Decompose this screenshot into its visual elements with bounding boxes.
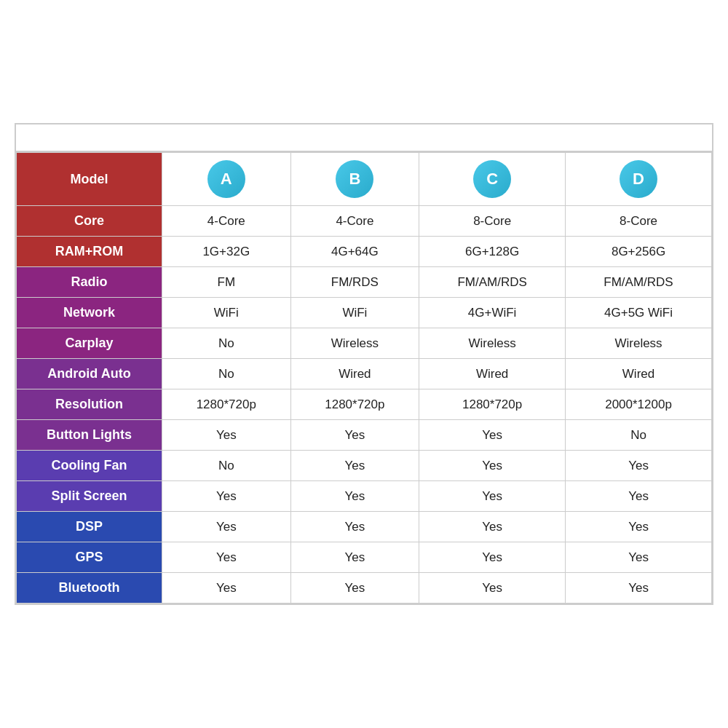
value-androidauto-model-A: No xyxy=(162,359,291,389)
table-row-splitscreen: Split ScreenYesYesYesYes xyxy=(17,481,712,512)
label-gps: GPS xyxy=(17,542,162,573)
value-carplay-model-A: No xyxy=(162,328,291,359)
value-bluetooth-model-A: Yes xyxy=(162,573,291,604)
table-row-androidauto: Android AutoNoWiredWiredWired xyxy=(17,359,712,389)
value-bluetooth-model-C: Yes xyxy=(419,573,566,604)
table-row-radio: RadioFMFM/RDSFM/AM/RDSFM/AM/RDS xyxy=(17,267,712,298)
table-row-resolution: Resolution1280*720p1280*720p1280*720p200… xyxy=(17,389,712,420)
value-network-model-C: 4G+WiFi xyxy=(419,298,566,328)
value-splitscreen-model-C: Yes xyxy=(419,481,566,512)
table-row-gps: GPSYesYesYesYes xyxy=(17,542,712,573)
table-row-buttonlights: Button LightsYesYesYesNo xyxy=(17,420,712,451)
label-network: Network xyxy=(17,298,162,328)
value-model-model-B: B xyxy=(290,153,419,206)
table-row-carplay: CarplayNoWirelessWirelessWireless xyxy=(17,328,712,359)
value-carplay-model-B: Wireless xyxy=(290,328,419,359)
value-network-model-B: WiFi xyxy=(290,298,419,328)
value-resolution-model-A: 1280*720p xyxy=(162,389,291,420)
value-dsp-model-A: Yes xyxy=(162,512,291,542)
label-androidauto: Android Auto xyxy=(17,359,162,389)
value-buttonlights-model-C: Yes xyxy=(419,420,566,451)
value-coolingfan-model-B: Yes xyxy=(290,451,419,481)
label-carplay: Carplay xyxy=(17,328,162,359)
table-row-ram: RAM+ROM1G+32G4G+64G6G+128G8G+256G xyxy=(17,237,712,267)
value-core-model-B: 4-Core xyxy=(290,206,419,237)
table-row-model: ModelABCD xyxy=(17,153,712,206)
table-row-coolingfan: Cooling FanNoYesYesYes xyxy=(17,451,712,481)
label-bluetooth: Bluetooth xyxy=(17,573,162,604)
value-buttonlights-model-D: No xyxy=(566,420,712,451)
value-gps-model-D: Yes xyxy=(566,542,712,573)
label-splitscreen: Split Screen xyxy=(17,481,162,512)
value-dsp-model-C: Yes xyxy=(419,512,566,542)
model-badge-D: D xyxy=(620,160,657,198)
value-androidauto-model-B: Wired xyxy=(290,359,419,389)
value-resolution-model-C: 1280*720p xyxy=(419,389,566,420)
value-androidauto-model-D: Wired xyxy=(566,359,712,389)
table-row-dsp: DSPYesYesYesYes xyxy=(17,512,712,542)
value-gps-model-B: Yes xyxy=(290,542,419,573)
table-row-core: Core4-Core4-Core8-Core8-Core xyxy=(17,206,712,237)
value-coolingfan-model-D: Yes xyxy=(566,451,712,481)
value-coolingfan-model-C: Yes xyxy=(419,451,566,481)
label-resolution: Resolution xyxy=(17,389,162,420)
table-title xyxy=(16,124,712,152)
table-row-bluetooth: BluetoothYesYesYesYes xyxy=(17,573,712,604)
label-radio: Radio xyxy=(17,267,162,298)
value-model-model-A: A xyxy=(162,153,291,206)
value-resolution-model-D: 2000*1200p xyxy=(566,389,712,420)
label-coolingfan: Cooling Fan xyxy=(17,451,162,481)
value-androidauto-model-C: Wired xyxy=(419,359,566,389)
value-radio-model-B: FM/RDS xyxy=(290,267,419,298)
value-core-model-D: 8-Core xyxy=(566,206,712,237)
value-ram-model-B: 4G+64G xyxy=(290,237,419,267)
product-parameter-table: ModelABCDCore4-Core4-Core8-Core8-CoreRAM… xyxy=(15,123,713,605)
table-row-network: NetworkWiFiWiFi4G+WiFi4G+5G WiFi xyxy=(17,298,712,328)
value-coolingfan-model-A: No xyxy=(162,451,291,481)
value-ram-model-C: 6G+128G xyxy=(419,237,566,267)
value-gps-model-A: Yes xyxy=(162,542,291,573)
value-model-model-D: D xyxy=(566,153,712,206)
value-ram-model-D: 8G+256G xyxy=(566,237,712,267)
value-bluetooth-model-D: Yes xyxy=(566,573,712,604)
label-buttonlights: Button Lights xyxy=(17,420,162,451)
value-resolution-model-B: 1280*720p xyxy=(290,389,419,420)
label-ram: RAM+ROM xyxy=(17,237,162,267)
label-model: Model xyxy=(17,153,162,206)
model-badge-C: C xyxy=(473,160,511,198)
value-radio-model-D: FM/AM/RDS xyxy=(566,267,712,298)
value-carplay-model-C: Wireless xyxy=(419,328,566,359)
value-core-model-A: 4-Core xyxy=(162,206,291,237)
value-splitscreen-model-A: Yes xyxy=(162,481,291,512)
value-core-model-C: 8-Core xyxy=(419,206,566,237)
model-badge-A: A xyxy=(207,160,245,198)
parameter-table: ModelABCDCore4-Core4-Core8-Core8-CoreRAM… xyxy=(16,152,712,604)
label-core: Core xyxy=(17,206,162,237)
value-splitscreen-model-B: Yes xyxy=(290,481,419,512)
value-dsp-model-D: Yes xyxy=(566,512,712,542)
value-buttonlights-model-A: Yes xyxy=(162,420,291,451)
label-dsp: DSP xyxy=(17,512,162,542)
value-carplay-model-D: Wireless xyxy=(566,328,712,359)
value-radio-model-A: FM xyxy=(162,267,291,298)
value-model-model-C: C xyxy=(419,153,566,206)
value-ram-model-A: 1G+32G xyxy=(162,237,291,267)
value-buttonlights-model-B: Yes xyxy=(290,420,419,451)
value-network-model-D: 4G+5G WiFi xyxy=(566,298,712,328)
value-radio-model-C: FM/AM/RDS xyxy=(419,267,566,298)
model-badge-B: B xyxy=(336,160,373,198)
value-dsp-model-B: Yes xyxy=(290,512,419,542)
value-splitscreen-model-D: Yes xyxy=(566,481,712,512)
value-bluetooth-model-B: Yes xyxy=(290,573,419,604)
value-gps-model-C: Yes xyxy=(419,542,566,573)
value-network-model-A: WiFi xyxy=(162,298,291,328)
